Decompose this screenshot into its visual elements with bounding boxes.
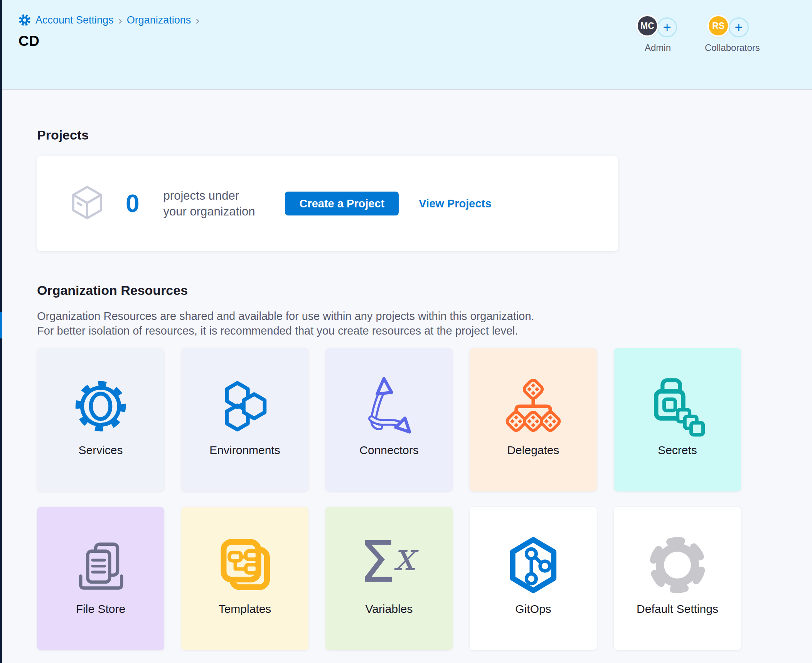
breadcrumb-separator: › (118, 13, 122, 27)
file-store-icon (37, 529, 164, 601)
org-resources-heading: Organization Resources (37, 283, 743, 298)
breadcrumb-separator: › (195, 13, 199, 27)
gitops-icon (470, 529, 597, 601)
nav-rail-highlight (0, 312, 2, 338)
breadcrumb-link-organizations[interactable]: Organizations (127, 14, 191, 26)
card-file-store[interactable]: File Store (37, 507, 164, 650)
card-services[interactable]: Services (37, 348, 164, 491)
secrets-icon (614, 370, 741, 442)
projects-count: 0 (126, 189, 140, 218)
x-glyph: x (393, 534, 415, 580)
org-resources-grid: Services Environments (37, 348, 743, 650)
card-label: Delegates (470, 444, 597, 457)
projects-heading: Projects (37, 128, 743, 143)
card-default-settings[interactable]: Default Settings (614, 507, 741, 650)
sigma-glyph: Σ (359, 529, 396, 595)
projects-summary-card: 0 projects under your organization Creat… (37, 156, 618, 251)
collaborator-avatar[interactable]: RS (707, 15, 729, 37)
collaborators-label: Collaborators (705, 42, 754, 53)
main-content: Projects 0 projects under your organizat… (37, 90, 743, 650)
card-label: Services (37, 444, 164, 457)
create-project-button[interactable]: Create a Project (285, 192, 399, 215)
page-title: CD (19, 33, 39, 49)
org-resources-description-line2: For better isolation of resources, it is… (37, 325, 518, 337)
projects-caption-line1: projects under (163, 188, 255, 204)
add-collaborator-button[interactable]: + (729, 17, 749, 37)
card-label: Connectors (325, 444, 453, 457)
variables-icon: Σ x (325, 529, 453, 601)
collapsed-nav-rail (0, 0, 2, 663)
default-settings-icon (614, 529, 741, 601)
breadcrumb-link-account-settings[interactable]: Account Settings (35, 14, 114, 26)
view-projects-link[interactable]: View Projects (419, 197, 491, 210)
org-resources-description: Organization Resources are shared and av… (37, 309, 743, 338)
card-environments[interactable]: Environments (181, 348, 308, 491)
cube-icon (67, 183, 107, 224)
templates-icon (181, 529, 308, 601)
projects-caption: projects under your organization (163, 188, 255, 219)
admin-label: Admin (636, 42, 679, 53)
card-label: Secrets (614, 444, 741, 457)
card-variables[interactable]: Σ x Variables (325, 507, 453, 650)
environments-icon (181, 370, 308, 442)
page-header: Account Settings › Organizations › CD + … (0, 0, 812, 90)
projects-caption-line2: your organization (163, 204, 255, 219)
services-icon (37, 370, 164, 442)
card-label: Environments (181, 444, 308, 457)
card-label: Default Settings (614, 602, 741, 616)
card-gitops[interactable]: GitOps (470, 507, 597, 650)
add-admin-button[interactable]: + (657, 17, 677, 37)
connectors-icon (325, 370, 453, 442)
card-label: Variables (325, 602, 453, 616)
card-connectors[interactable]: Connectors (325, 348, 453, 491)
card-label: File Store (37, 602, 164, 616)
gear-icon (19, 14, 31, 26)
breadcrumb: Account Settings › Organizations › (19, 13, 199, 27)
card-label: Templates (181, 602, 308, 616)
admin-avatar[interactable]: MC (636, 15, 659, 37)
card-delegates[interactable]: Delegates (470, 348, 597, 491)
card-label: GitOps (470, 602, 597, 616)
card-secrets[interactable]: Secrets (614, 348, 741, 491)
org-resources-description-line1: Organization Resources are shared and av… (37, 310, 534, 322)
delegates-icon (470, 370, 597, 442)
card-templates[interactable]: Templates (181, 507, 308, 650)
